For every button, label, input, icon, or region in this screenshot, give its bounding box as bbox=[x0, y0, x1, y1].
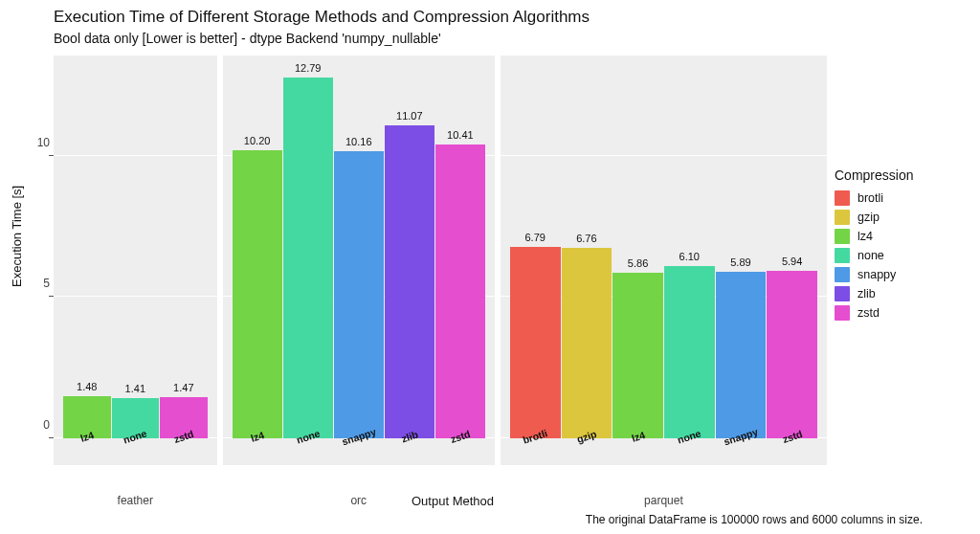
legend-label: none bbox=[858, 249, 884, 262]
bar-category-label: lz4 bbox=[630, 429, 646, 444]
bar-value-label: 1.41 bbox=[125, 383, 145, 394]
chart-caption: The original DataFrame is 100000 rows an… bbox=[586, 513, 923, 526]
y-tick-label: 10 bbox=[29, 136, 50, 149]
legend-swatch-gzip bbox=[835, 210, 850, 225]
bar-orc-lz4: 10.20 bbox=[233, 150, 282, 438]
bar-value-label: 5.86 bbox=[628, 257, 648, 269]
bar-value-label: 10.16 bbox=[345, 136, 372, 147]
y-tick-mark bbox=[49, 437, 54, 438]
facet-feather: 05101.48lz41.41none1.47zstdfeather bbox=[54, 56, 217, 465]
bar-value-label: 6.79 bbox=[524, 232, 545, 243]
bar-slot: 5.94zstd bbox=[767, 56, 817, 438]
bar-parquet-zstd: 5.94 bbox=[767, 271, 817, 438]
bar-value-label: 12.79 bbox=[295, 62, 322, 74]
bar-slot: 11.07zlib bbox=[385, 56, 434, 438]
bar-value-label: 6.76 bbox=[576, 233, 596, 244]
y-tick-label: 0 bbox=[29, 418, 50, 432]
bar-value-label: 5.94 bbox=[782, 256, 802, 267]
bar-slot: 5.89snappy bbox=[716, 56, 767, 438]
legend-label: brotli bbox=[858, 191, 883, 205]
legend-swatch-zlib bbox=[835, 286, 850, 301]
x-axis-label: Output Method bbox=[412, 494, 494, 508]
bar-orc-zstd: 10.41 bbox=[435, 145, 485, 438]
bars-feather: 1.48lz41.41none1.47zstd bbox=[63, 56, 208, 438]
facet-parquet: 6.79brotli6.76gzip5.86lz46.10none5.89sna… bbox=[501, 56, 827, 465]
bars-orc: 10.20lz412.79none10.16snappy11.07zlib10.… bbox=[233, 56, 485, 438]
bar-slot: 5.86lz4 bbox=[612, 56, 663, 438]
legend-item-snappy: snappy bbox=[835, 267, 969, 282]
bars-parquet: 6.79brotli6.76gzip5.86lz46.10none5.89sna… bbox=[510, 56, 817, 438]
bar-value-label: 6.10 bbox=[679, 251, 700, 262]
legend-label: zstd bbox=[858, 306, 880, 320]
y-tick-mark bbox=[49, 296, 54, 297]
plot-area: 05101.48lz41.41none1.47zstdfeather10.20l… bbox=[54, 56, 827, 465]
legend-swatch-none bbox=[835, 248, 850, 263]
bar-value-label: 10.20 bbox=[244, 135, 271, 146]
legend-item-brotli: brotli bbox=[835, 190, 969, 206]
y-tick-label: 5 bbox=[29, 277, 50, 290]
legend-item-lz4: lz4 bbox=[835, 229, 969, 244]
facet-orc: 10.20lz412.79none10.16snappy11.07zlib10.… bbox=[223, 56, 495, 465]
legend-label: zlib bbox=[858, 287, 876, 300]
bar-parquet-lz4: 5.86 bbox=[612, 273, 663, 438]
bar-slot: 1.47zstd bbox=[160, 56, 208, 438]
chart-subtitle: Bool data only [Lower is better] - dtype… bbox=[54, 31, 441, 46]
legend-item-zstd: zstd bbox=[835, 305, 969, 321]
bar-value-label: 11.07 bbox=[396, 110, 423, 122]
bar-parquet-none: 6.10 bbox=[664, 266, 715, 438]
bar-slot: 1.48lz4 bbox=[63, 56, 111, 438]
bar-slot: 6.10none bbox=[664, 56, 715, 438]
bar-orc-zlib: 11.07 bbox=[385, 125, 434, 438]
bar-category-label: lz4 bbox=[249, 429, 265, 444]
y-tick-mark bbox=[49, 155, 54, 156]
bar-slot: 6.79brotli bbox=[510, 56, 561, 438]
legend-title: Compression bbox=[835, 167, 969, 183]
bar-parquet-gzip: 6.76 bbox=[562, 248, 612, 438]
bar-value-label: 1.47 bbox=[173, 382, 193, 393]
legend-swatch-snappy bbox=[835, 267, 850, 282]
legend-swatch-brotli bbox=[835, 190, 850, 206]
bar-parquet-brotli: 6.79 bbox=[510, 247, 561, 438]
bar-slot: 6.76gzip bbox=[562, 56, 612, 438]
bar-slot: 10.16snappy bbox=[334, 56, 384, 438]
legend-item-gzip: gzip bbox=[835, 210, 969, 225]
legend-label: snappy bbox=[858, 268, 896, 281]
legend-label: gzip bbox=[858, 211, 880, 224]
bar-slot: 10.20lz4 bbox=[233, 56, 282, 438]
bar-value-label: 5.89 bbox=[730, 256, 750, 268]
bar-slot: 1.41none bbox=[112, 56, 160, 438]
bar-category-label: lz4 bbox=[78, 429, 95, 444]
facet-label-orc: orc bbox=[350, 494, 367, 507]
facet-label-feather: feather bbox=[118, 494, 153, 507]
bar-parquet-snappy: 5.89 bbox=[716, 272, 767, 438]
y-axis-label: Execution Time [s] bbox=[10, 186, 24, 287]
legend-item-none: none bbox=[835, 248, 969, 263]
bar-slot: 12.79none bbox=[283, 56, 333, 438]
legend-label: lz4 bbox=[858, 230, 873, 243]
legend-swatch-lz4 bbox=[835, 229, 850, 244]
facet-label-parquet: parquet bbox=[644, 494, 683, 507]
bar-value-label: 1.48 bbox=[77, 381, 97, 392]
legend: Compression brotligziplz4nonesnappyzlibz… bbox=[835, 167, 969, 324]
legend-item-zlib: zlib bbox=[835, 286, 969, 301]
legend-swatch-zstd bbox=[835, 305, 850, 321]
bar-orc-none: 12.79 bbox=[283, 78, 333, 438]
chart-container: Execution Time of Different Storage Meth… bbox=[0, 0, 980, 534]
bar-orc-snappy: 10.16 bbox=[334, 151, 384, 438]
bar-slot: 10.41zstd bbox=[435, 56, 485, 438]
bar-value-label: 10.41 bbox=[447, 129, 474, 141]
chart-title: Execution Time of Different Storage Meth… bbox=[54, 8, 590, 27]
